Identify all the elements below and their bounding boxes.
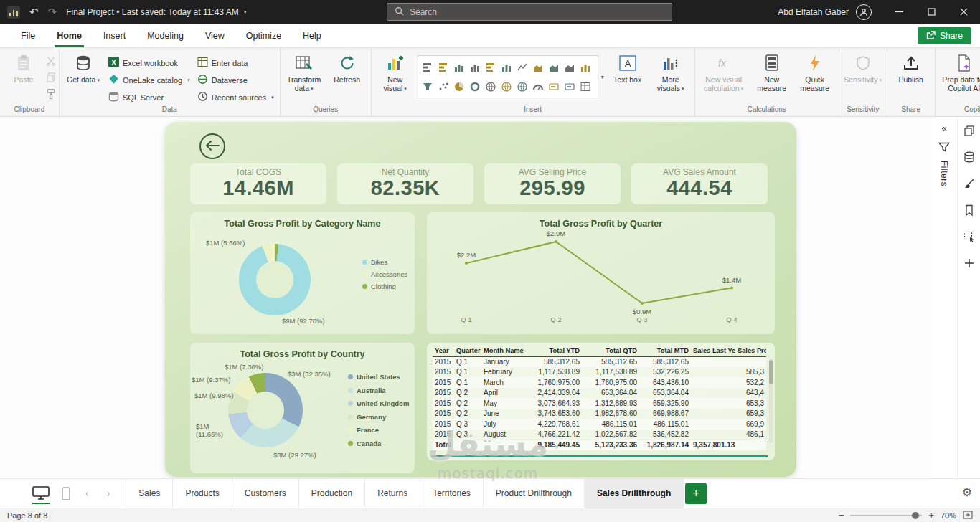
minimize-button[interactable] bbox=[883, 0, 915, 24]
column-header-total-qtd[interactable]: Total QTD bbox=[582, 346, 639, 356]
dataverse-button[interactable]: Dataverse bbox=[194, 73, 277, 87]
paste-button[interactable]: Paste bbox=[3, 50, 44, 85]
table-row[interactable]: 2015Q 1March1,760,975.001,760,975.00643,… bbox=[433, 377, 766, 388]
page-tab-customers[interactable]: Customers bbox=[232, 479, 299, 508]
table-icon[interactable] bbox=[578, 77, 593, 96]
column-header-quarter[interactable]: Quarter bbox=[454, 346, 481, 356]
line-chart[interactable] bbox=[427, 212, 775, 334]
settings-gear-icon[interactable]: ⚙ bbox=[962, 485, 972, 499]
quarter-line-visual[interactable]: Total Gross Profit by Quarter $2.2M$2.9M… bbox=[427, 212, 775, 334]
legend-item-clothing[interactable]: Clothing bbox=[362, 283, 407, 290]
legend-item-united-states[interactable]: United States bbox=[348, 373, 409, 381]
page-tab-products[interactable]: Products bbox=[173, 479, 232, 508]
menu-item-home[interactable]: Home bbox=[46, 24, 93, 47]
close-button[interactable] bbox=[948, 0, 980, 24]
more-visuals-button[interactable]: More visuals▾ bbox=[650, 50, 692, 95]
menu-item-modeling[interactable]: Modeling bbox=[136, 24, 194, 47]
enter-data-button[interactable]: Enter data bbox=[194, 56, 277, 70]
monthly-sales-table-visual[interactable]: YearQuarterMonth NameTotal YTDTotal QTDT… bbox=[427, 343, 775, 460]
refresh-button[interactable]: Refresh bbox=[326, 50, 368, 85]
add-pane-icon[interactable] bbox=[961, 256, 977, 270]
table-row[interactable]: 2015Q 3August4,766,221.421,022,567.82536… bbox=[433, 430, 766, 440]
100-stacked-bar-chart-icon[interactable] bbox=[483, 57, 499, 77]
column-header-total-mtd[interactable]: Total MTD bbox=[639, 346, 691, 356]
stacked-bar-chart-icon[interactable] bbox=[420, 57, 435, 77]
share-button[interactable]: Share bbox=[918, 27, 971, 44]
clustered-bar-chart-icon[interactable] bbox=[435, 57, 451, 77]
table-row[interactable]: 2015Q 1February1,117,538.891,117,538.895… bbox=[433, 367, 766, 378]
table-scrollbar[interactable] bbox=[769, 359, 773, 443]
page-tab-production[interactable]: Production bbox=[299, 479, 365, 508]
table-row[interactable]: 2015Q 3July4,229,768.61486,115.01486,115… bbox=[433, 419, 766, 430]
selection-pane-icon[interactable] bbox=[961, 229, 977, 244]
filter-funnel-icon[interactable] bbox=[936, 140, 952, 154]
maximize-button[interactable] bbox=[915, 0, 948, 24]
category-donut-visual[interactable]: Total Gross Profit by Category Name $1M … bbox=[190, 212, 415, 334]
next-page-icon[interactable]: › bbox=[104, 488, 113, 499]
column-header-sales-last-year[interactable]: Sales Last Year bbox=[691, 346, 735, 356]
card-icon[interactable] bbox=[546, 77, 562, 96]
scatter-chart-icon[interactable] bbox=[435, 77, 451, 96]
redo-button[interactable]: ↷ bbox=[48, 6, 57, 19]
format-painter-icon[interactable] bbox=[46, 89, 56, 101]
legend-item-australia[interactable]: Australia bbox=[348, 386, 409, 394]
zoom-slider[interactable] bbox=[850, 515, 922, 516]
country-donut-chart[interactable] bbox=[228, 373, 303, 447]
table-row[interactable]: 2015Q 2June3,743,653.601,982,678.60669,9… bbox=[433, 409, 766, 419]
page-tab-territories[interactable]: Territories bbox=[420, 479, 484, 508]
country-donut-visual[interactable]: Total Gross Profit by Country $1M (7.36%… bbox=[190, 343, 415, 473]
new-measure-button[interactable]: New measure bbox=[751, 50, 793, 95]
page-tab-sales-drillthrough[interactable]: Sales Drillthrough bbox=[585, 479, 684, 508]
copy-icon[interactable] bbox=[46, 72, 56, 85]
prep-data-copilot-button[interactable]: Prep data for Copilot AI bbox=[938, 50, 980, 95]
100-stacked-column-chart-icon[interactable] bbox=[499, 57, 514, 77]
menu-item-view[interactable]: View bbox=[194, 24, 235, 47]
stacked-area-chart-icon[interactable] bbox=[546, 57, 562, 77]
waterfall-chart-icon[interactable] bbox=[578, 57, 593, 77]
recent-sources-button[interactable]: Recent sources▾ bbox=[194, 90, 277, 104]
treemap-chart-icon[interactable] bbox=[483, 77, 499, 96]
legend-item-france[interactable]: France bbox=[348, 426, 409, 434]
column-header-month-name[interactable]: Month Name bbox=[481, 346, 526, 356]
get-data-button[interactable]: Get data▾ bbox=[62, 50, 104, 85]
zoom-out-icon[interactable]: − bbox=[839, 511, 844, 520]
map-icon[interactable] bbox=[499, 77, 514, 96]
legend-item-germany[interactable]: Germany bbox=[348, 413, 409, 421]
kpi-card-avg-selling-price[interactable]: AVG Selling Price295.99 bbox=[484, 163, 621, 204]
column-header-total-ytd[interactable]: Total YTD bbox=[526, 346, 582, 356]
publish-button[interactable]: Publish bbox=[890, 50, 932, 85]
sql-server-button[interactable]: SQL Server bbox=[105, 90, 193, 104]
fit-to-page-icon[interactable] bbox=[963, 511, 973, 521]
menu-item-file[interactable]: File bbox=[10, 24, 46, 47]
new-visual-button[interactable]: New visual▾ bbox=[374, 50, 416, 95]
category-donut-chart[interactable] bbox=[239, 244, 311, 315]
new-visual-calculation-button[interactable]: fx New visual calculation▾ bbox=[698, 50, 750, 95]
back-button[interactable] bbox=[199, 133, 225, 159]
excel-workbook-button[interactable]: XExcel workbook bbox=[105, 56, 193, 70]
clustered-column-chart-icon[interactable] bbox=[467, 57, 483, 77]
format-pane-icon[interactable] bbox=[961, 176, 977, 191]
gallery-scroll-chevron-icon[interactable]: ▾ bbox=[600, 74, 606, 80]
add-page-button[interactable]: + bbox=[685, 483, 707, 504]
legend-item-accessories[interactable]: Accessories bbox=[362, 270, 407, 278]
expand-pane-icon[interactable]: « bbox=[941, 123, 946, 133]
transform-data-button[interactable]: Transform data▾ bbox=[283, 50, 325, 95]
filled-map-icon[interactable] bbox=[514, 77, 530, 96]
legend-item-united-kingdom[interactable]: United Kingdom bbox=[348, 399, 409, 407]
quick-measure-button[interactable]: Quick measure bbox=[794, 50, 836, 95]
page-tab-product-drillthrough[interactable]: Product Drillthrough bbox=[484, 479, 585, 508]
column-header-sales-previos-m-[interactable]: Sales Previos M... bbox=[735, 346, 766, 356]
table-row[interactable]: 2015Q 2April2,414,339.04653,364.04653,36… bbox=[433, 388, 766, 399]
page-tab-returns[interactable]: Returns bbox=[365, 479, 420, 508]
donut-chart-icon[interactable] bbox=[467, 77, 483, 96]
onelake-catalog-button[interactable]: OneLake catalog▾ bbox=[105, 73, 193, 87]
ribbon-chart-icon[interactable] bbox=[562, 57, 578, 77]
account-avatar[interactable] bbox=[856, 4, 872, 20]
mobile-view-icon[interactable] bbox=[62, 479, 70, 508]
scrollbar-thumb[interactable] bbox=[769, 360, 773, 384]
search-input[interactable]: Search bbox=[387, 3, 672, 21]
line-chart-icon[interactable] bbox=[514, 57, 530, 77]
table-row[interactable]: 2015Q 1January585,312.65585,312.65585,31… bbox=[433, 356, 766, 367]
zoom-in-icon[interactable]: + bbox=[928, 511, 934, 520]
funnel-chart-icon[interactable] bbox=[420, 77, 435, 96]
